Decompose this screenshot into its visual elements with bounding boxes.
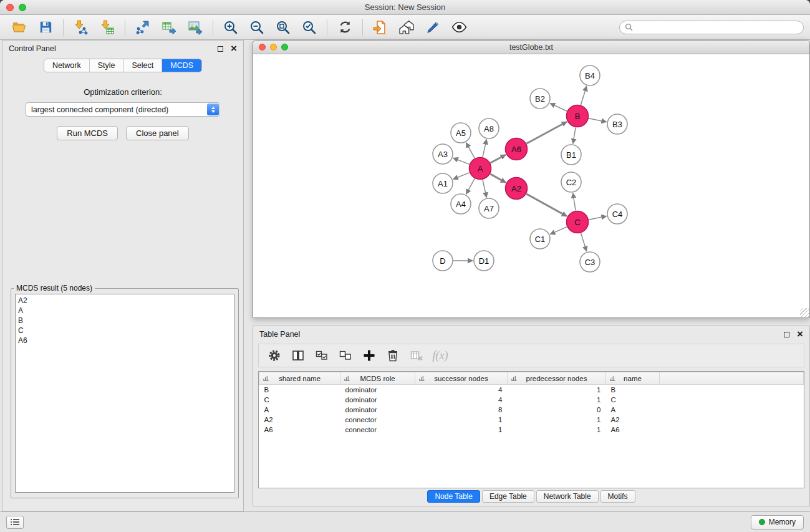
network-canvas[interactable]: AA1A2A3A4A5A6A7A8BB1B2B3B4CC1C2C3C4DD1 bbox=[253, 54, 809, 317]
graph-node-C3[interactable]: C3 bbox=[580, 252, 600, 272]
graph-node-A8[interactable]: A8 bbox=[479, 118, 499, 138]
tab-select[interactable]: Select bbox=[124, 59, 163, 72]
graph-edge-A2-C[interactable] bbox=[526, 194, 567, 216]
close-table-panel-icon[interactable]: × bbox=[797, 331, 803, 338]
export-image-button[interactable] bbox=[182, 17, 208, 38]
mcds-result-item[interactable]: B bbox=[18, 316, 231, 326]
graph-edge-A-A8[interactable] bbox=[483, 140, 486, 157]
graph-node-B3[interactable]: B3 bbox=[607, 114, 627, 134]
graph-node-B[interactable]: B bbox=[567, 105, 589, 127]
select-all-button[interactable] bbox=[311, 346, 332, 365]
close-panel-button[interactable]: Close panel bbox=[126, 126, 189, 140]
delete-table-button[interactable] bbox=[406, 346, 427, 365]
graph-node-A5[interactable]: A5 bbox=[451, 123, 471, 143]
graph-node-A1[interactable]: A1 bbox=[433, 173, 453, 193]
graph-node-D[interactable]: D bbox=[433, 251, 453, 271]
tab-edge-table[interactable]: Edge Table bbox=[482, 490, 534, 503]
task-history-button[interactable] bbox=[6, 516, 24, 529]
graph-edge-C-C4[interactable] bbox=[589, 216, 606, 220]
graph-edge-C-C2[interactable] bbox=[573, 193, 576, 211]
graph-node-A6[interactable]: A6 bbox=[506, 138, 528, 160]
graph-edge-B-B4[interactable] bbox=[581, 86, 586, 105]
memory-button[interactable]: Memory bbox=[751, 515, 804, 530]
graph-edge-B-B2[interactable] bbox=[550, 104, 567, 112]
mcds-result-list[interactable]: A2ABCA6 bbox=[15, 294, 234, 493]
export-table-button[interactable] bbox=[156, 17, 182, 38]
zoom-selected-button[interactable] bbox=[296, 17, 322, 38]
graph-edge-A-A5[interactable] bbox=[466, 143, 475, 158]
zoom-window-button[interactable] bbox=[19, 4, 26, 11]
mcds-result-item[interactable]: A bbox=[18, 306, 231, 316]
graph-node-A7[interactable]: A7 bbox=[479, 198, 499, 218]
delete-column-button[interactable] bbox=[382, 346, 403, 365]
search-input[interactable] bbox=[636, 23, 798, 32]
network-minimize-button[interactable] bbox=[270, 44, 277, 51]
export-network-button[interactable] bbox=[130, 17, 156, 38]
graph-node-C[interactable]: C bbox=[567, 211, 589, 233]
unselect-all-button[interactable] bbox=[335, 346, 356, 365]
graph-edge-C-C3[interactable] bbox=[581, 233, 587, 251]
graph-edge-C-C1[interactable] bbox=[550, 227, 567, 235]
graph-node-B2[interactable]: B2 bbox=[530, 89, 550, 109]
zoom-in-button[interactable] bbox=[218, 17, 244, 38]
column-header-predecessor-nodes[interactable]: predecessor nodes bbox=[508, 372, 606, 385]
close-panel-icon[interactable]: × bbox=[231, 45, 237, 52]
import-table-button[interactable] bbox=[94, 17, 120, 38]
tab-node-table[interactable]: Node Table bbox=[427, 490, 480, 503]
optimization-criterion-select[interactable]: largest connected component (directed) bbox=[26, 102, 220, 117]
function-builder-button[interactable]: f(x) bbox=[430, 346, 451, 365]
table-row[interactable]: Bdominator41B bbox=[259, 385, 804, 395]
close-window-button[interactable] bbox=[6, 4, 14, 11]
float-table-panel-icon[interactable] bbox=[784, 332, 789, 337]
graph-node-A[interactable]: A bbox=[470, 158, 491, 180]
table-settings-button[interactable] bbox=[264, 346, 285, 365]
graph-node-C1[interactable]: C1 bbox=[530, 229, 550, 249]
graph-node-C2[interactable]: C2 bbox=[561, 172, 581, 192]
mcds-result-item[interactable]: C bbox=[18, 326, 231, 336]
welcome-screen-button[interactable] bbox=[393, 17, 420, 38]
window-resize-grip[interactable] bbox=[800, 308, 809, 317]
mcds-result-item[interactable]: A6 bbox=[18, 336, 231, 346]
table-row[interactable]: Adominator80A bbox=[259, 405, 804, 415]
table-row[interactable]: Cdominator41C bbox=[259, 395, 804, 405]
tab-network[interactable]: Network bbox=[44, 59, 90, 72]
graph-edge-B-B1[interactable] bbox=[573, 127, 576, 143]
graph-edge-A-A4[interactable] bbox=[466, 178, 475, 194]
graph-node-A2[interactable]: A2 bbox=[506, 178, 528, 200]
graph-node-A3[interactable]: A3 bbox=[433, 144, 453, 164]
graph-node-B1[interactable]: B1 bbox=[561, 145, 581, 165]
run-mcds-button[interactable]: Run MCDS bbox=[57, 126, 118, 140]
zoom-fit-button[interactable] bbox=[270, 17, 296, 38]
save-session-button[interactable] bbox=[32, 17, 59, 38]
graphics-details-button[interactable] bbox=[446, 17, 472, 38]
search-box[interactable] bbox=[619, 21, 804, 34]
apply-layout-button[interactable] bbox=[332, 17, 358, 38]
float-panel-icon[interactable] bbox=[218, 46, 223, 52]
graph-edge-B-B3[interactable] bbox=[589, 118, 606, 122]
graph-edge-A-A3[interactable] bbox=[453, 158, 470, 164]
import-document-button[interactable] bbox=[367, 17, 393, 38]
column-header-shared-name[interactable]: shared name bbox=[259, 372, 340, 385]
table-row[interactable]: A2connector11A2 bbox=[259, 415, 804, 425]
tab-motifs[interactable]: Motifs bbox=[600, 490, 635, 503]
tab-style[interactable]: Style bbox=[90, 59, 124, 72]
network-zoom-button[interactable] bbox=[281, 44, 288, 51]
mcds-result-item[interactable]: A2 bbox=[18, 296, 231, 306]
column-header-name[interactable]: name bbox=[606, 372, 660, 385]
tab-network-table[interactable]: Network Table bbox=[536, 490, 599, 503]
graph-edge-A6-B[interactable] bbox=[526, 122, 567, 143]
network-graph[interactable]: AA1A2A3A4A5A6A7A8BB1B2B3B4CC1C2C3C4DD1 bbox=[253, 54, 809, 317]
graph-edge-A-A2[interactable] bbox=[490, 174, 506, 183]
graph-node-D1[interactable]: D1 bbox=[474, 251, 494, 271]
column-header-successor-nodes[interactable]: successor nodes bbox=[415, 372, 508, 385]
graph-node-A4[interactable]: A4 bbox=[451, 194, 471, 214]
graph-node-B4[interactable]: B4 bbox=[580, 65, 600, 85]
add-column-button[interactable] bbox=[359, 346, 380, 365]
graph-edge-A-A6[interactable] bbox=[490, 155, 506, 163]
zoom-out-button[interactable] bbox=[244, 17, 270, 38]
annotation-pen-button[interactable] bbox=[420, 17, 446, 38]
network-window-titlebar[interactable]: testGlobe.txt bbox=[253, 41, 809, 54]
graph-node-C4[interactable]: C4 bbox=[607, 204, 627, 224]
graph-edge-A-A7[interactable] bbox=[483, 180, 486, 197]
import-network-button[interactable] bbox=[68, 17, 94, 38]
